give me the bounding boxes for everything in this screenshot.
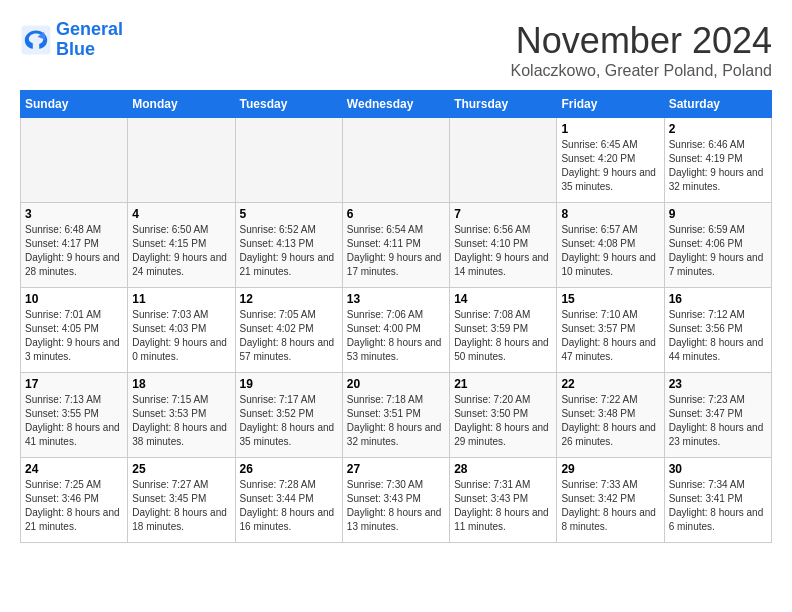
weekday-header-monday: Monday [128, 91, 235, 118]
page-header: General Blue November 2024 Kolaczkowo, G… [20, 20, 772, 80]
day-info: Sunrise: 7:30 AM Sunset: 3:43 PM Dayligh… [347, 478, 445, 534]
calendar-table: SundayMondayTuesdayWednesdayThursdayFrid… [20, 90, 772, 543]
day-info: Sunrise: 7:20 AM Sunset: 3:50 PM Dayligh… [454, 393, 552, 449]
day-number: 1 [561, 122, 659, 136]
day-info: Sunrise: 6:50 AM Sunset: 4:15 PM Dayligh… [132, 223, 230, 279]
day-number: 3 [25, 207, 123, 221]
calendar-cell: 22Sunrise: 7:22 AM Sunset: 3:48 PM Dayli… [557, 373, 664, 458]
day-number: 29 [561, 462, 659, 476]
weekday-header-friday: Friday [557, 91, 664, 118]
calendar-cell: 8Sunrise: 6:57 AM Sunset: 4:08 PM Daylig… [557, 203, 664, 288]
logo: General Blue [20, 20, 123, 60]
day-number: 16 [669, 292, 767, 306]
calendar-cell: 1Sunrise: 6:45 AM Sunset: 4:20 PM Daylig… [557, 118, 664, 203]
calendar-cell: 13Sunrise: 7:06 AM Sunset: 4:00 PM Dayli… [342, 288, 449, 373]
day-number: 5 [240, 207, 338, 221]
calendar-cell: 6Sunrise: 6:54 AM Sunset: 4:11 PM Daylig… [342, 203, 449, 288]
calendar-cell [21, 118, 128, 203]
day-number: 9 [669, 207, 767, 221]
day-info: Sunrise: 6:56 AM Sunset: 4:10 PM Dayligh… [454, 223, 552, 279]
day-number: 10 [25, 292, 123, 306]
calendar-cell: 28Sunrise: 7:31 AM Sunset: 3:43 PM Dayli… [450, 458, 557, 543]
weekday-header-wednesday: Wednesday [342, 91, 449, 118]
calendar-cell: 4Sunrise: 6:50 AM Sunset: 4:15 PM Daylig… [128, 203, 235, 288]
weekday-header-row: SundayMondayTuesdayWednesdayThursdayFrid… [21, 91, 772, 118]
calendar-cell: 5Sunrise: 6:52 AM Sunset: 4:13 PM Daylig… [235, 203, 342, 288]
month-title: November 2024 [511, 20, 772, 62]
calendar-cell: 20Sunrise: 7:18 AM Sunset: 3:51 PM Dayli… [342, 373, 449, 458]
day-info: Sunrise: 7:22 AM Sunset: 3:48 PM Dayligh… [561, 393, 659, 449]
calendar-cell: 16Sunrise: 7:12 AM Sunset: 3:56 PM Dayli… [664, 288, 771, 373]
calendar-cell: 21Sunrise: 7:20 AM Sunset: 3:50 PM Dayli… [450, 373, 557, 458]
calendar-cell: 24Sunrise: 7:25 AM Sunset: 3:46 PM Dayli… [21, 458, 128, 543]
day-number: 6 [347, 207, 445, 221]
calendar-cell: 12Sunrise: 7:05 AM Sunset: 4:02 PM Dayli… [235, 288, 342, 373]
day-number: 14 [454, 292, 552, 306]
day-info: Sunrise: 6:54 AM Sunset: 4:11 PM Dayligh… [347, 223, 445, 279]
logo-icon [20, 24, 52, 56]
calendar-cell: 19Sunrise: 7:17 AM Sunset: 3:52 PM Dayli… [235, 373, 342, 458]
day-info: Sunrise: 6:45 AM Sunset: 4:20 PM Dayligh… [561, 138, 659, 194]
day-number: 17 [25, 377, 123, 391]
calendar-cell: 18Sunrise: 7:15 AM Sunset: 3:53 PM Dayli… [128, 373, 235, 458]
calendar-cell: 11Sunrise: 7:03 AM Sunset: 4:03 PM Dayli… [128, 288, 235, 373]
calendar-cell: 7Sunrise: 6:56 AM Sunset: 4:10 PM Daylig… [450, 203, 557, 288]
week-row-3: 10Sunrise: 7:01 AM Sunset: 4:05 PM Dayli… [21, 288, 772, 373]
week-row-4: 17Sunrise: 7:13 AM Sunset: 3:55 PM Dayli… [21, 373, 772, 458]
location-subtitle: Kolaczkowo, Greater Poland, Poland [511, 62, 772, 80]
week-row-2: 3Sunrise: 6:48 AM Sunset: 4:17 PM Daylig… [21, 203, 772, 288]
calendar-cell [450, 118, 557, 203]
calendar-cell: 30Sunrise: 7:34 AM Sunset: 3:41 PM Dayli… [664, 458, 771, 543]
day-info: Sunrise: 7:27 AM Sunset: 3:45 PM Dayligh… [132, 478, 230, 534]
calendar-cell: 15Sunrise: 7:10 AM Sunset: 3:57 PM Dayli… [557, 288, 664, 373]
day-info: Sunrise: 6:57 AM Sunset: 4:08 PM Dayligh… [561, 223, 659, 279]
calendar-cell: 23Sunrise: 7:23 AM Sunset: 3:47 PM Dayli… [664, 373, 771, 458]
day-info: Sunrise: 6:48 AM Sunset: 4:17 PM Dayligh… [25, 223, 123, 279]
day-number: 7 [454, 207, 552, 221]
day-info: Sunrise: 7:17 AM Sunset: 3:52 PM Dayligh… [240, 393, 338, 449]
calendar-cell: 14Sunrise: 7:08 AM Sunset: 3:59 PM Dayli… [450, 288, 557, 373]
weekday-header-thursday: Thursday [450, 91, 557, 118]
calendar-cell: 26Sunrise: 7:28 AM Sunset: 3:44 PM Dayli… [235, 458, 342, 543]
calendar-cell: 17Sunrise: 7:13 AM Sunset: 3:55 PM Dayli… [21, 373, 128, 458]
logo-text: General Blue [56, 20, 123, 60]
calendar-cell: 2Sunrise: 6:46 AM Sunset: 4:19 PM Daylig… [664, 118, 771, 203]
day-info: Sunrise: 7:06 AM Sunset: 4:00 PM Dayligh… [347, 308, 445, 364]
day-info: Sunrise: 7:01 AM Sunset: 4:05 PM Dayligh… [25, 308, 123, 364]
calendar-cell: 27Sunrise: 7:30 AM Sunset: 3:43 PM Dayli… [342, 458, 449, 543]
day-number: 30 [669, 462, 767, 476]
day-number: 21 [454, 377, 552, 391]
day-info: Sunrise: 7:13 AM Sunset: 3:55 PM Dayligh… [25, 393, 123, 449]
day-number: 15 [561, 292, 659, 306]
day-number: 18 [132, 377, 230, 391]
title-section: November 2024 Kolaczkowo, Greater Poland… [511, 20, 772, 80]
day-info: Sunrise: 6:46 AM Sunset: 4:19 PM Dayligh… [669, 138, 767, 194]
day-info: Sunrise: 6:52 AM Sunset: 4:13 PM Dayligh… [240, 223, 338, 279]
day-info: Sunrise: 7:08 AM Sunset: 3:59 PM Dayligh… [454, 308, 552, 364]
day-info: Sunrise: 7:23 AM Sunset: 3:47 PM Dayligh… [669, 393, 767, 449]
day-info: Sunrise: 7:31 AM Sunset: 3:43 PM Dayligh… [454, 478, 552, 534]
day-number: 25 [132, 462, 230, 476]
day-info: Sunrise: 7:05 AM Sunset: 4:02 PM Dayligh… [240, 308, 338, 364]
day-number: 22 [561, 377, 659, 391]
calendar-cell: 25Sunrise: 7:27 AM Sunset: 3:45 PM Dayli… [128, 458, 235, 543]
calendar-cell [342, 118, 449, 203]
day-info: Sunrise: 7:25 AM Sunset: 3:46 PM Dayligh… [25, 478, 123, 534]
day-info: Sunrise: 7:15 AM Sunset: 3:53 PM Dayligh… [132, 393, 230, 449]
day-number: 11 [132, 292, 230, 306]
weekday-header-saturday: Saturday [664, 91, 771, 118]
day-number: 24 [25, 462, 123, 476]
day-info: Sunrise: 7:34 AM Sunset: 3:41 PM Dayligh… [669, 478, 767, 534]
day-number: 23 [669, 377, 767, 391]
day-number: 28 [454, 462, 552, 476]
day-number: 27 [347, 462, 445, 476]
week-row-1: 1Sunrise: 6:45 AM Sunset: 4:20 PM Daylig… [21, 118, 772, 203]
day-number: 4 [132, 207, 230, 221]
calendar-cell: 3Sunrise: 6:48 AM Sunset: 4:17 PM Daylig… [21, 203, 128, 288]
day-info: Sunrise: 7:03 AM Sunset: 4:03 PM Dayligh… [132, 308, 230, 364]
weekday-header-tuesday: Tuesday [235, 91, 342, 118]
week-row-5: 24Sunrise: 7:25 AM Sunset: 3:46 PM Dayli… [21, 458, 772, 543]
day-info: Sunrise: 7:10 AM Sunset: 3:57 PM Dayligh… [561, 308, 659, 364]
calendar-cell: 29Sunrise: 7:33 AM Sunset: 3:42 PM Dayli… [557, 458, 664, 543]
calendar-cell [235, 118, 342, 203]
